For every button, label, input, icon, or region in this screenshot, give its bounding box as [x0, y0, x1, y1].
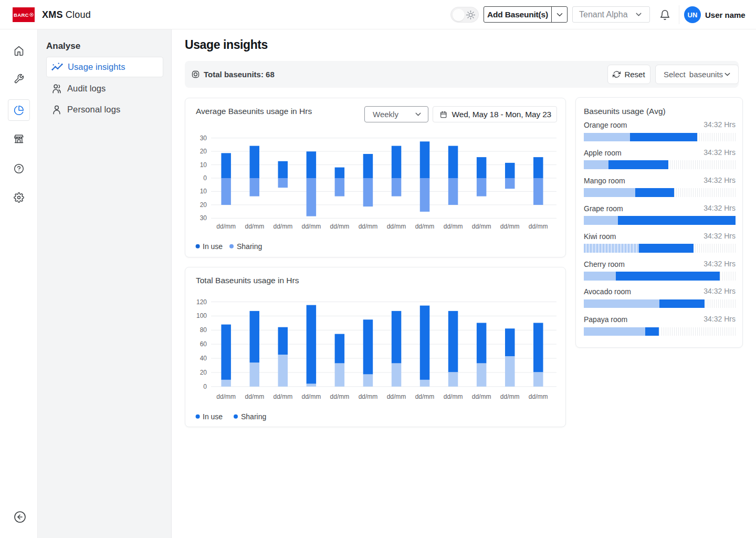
svg-text:Sharing: Sharing: [237, 242, 262, 251]
svg-text:dd/mm: dd/mm: [216, 223, 236, 230]
svg-text:dd/mm: dd/mm: [387, 223, 406, 230]
svg-text:80: 80: [200, 326, 207, 334]
svg-text:dd/mm: dd/mm: [529, 393, 548, 400]
svg-text:dd/mm: dd/mm: [529, 223, 548, 230]
svg-text:60: 60: [200, 340, 207, 348]
svg-text:dd/mm: dd/mm: [273, 393, 292, 400]
svg-text:20: 20: [200, 369, 207, 376]
svg-text:dd/mm: dd/mm: [415, 393, 435, 400]
svg-text:dd/mm: dd/mm: [359, 223, 378, 230]
svg-text:30: 30: [200, 134, 207, 142]
svg-text:dd/mm: dd/mm: [500, 223, 520, 230]
svg-text:dd/mm: dd/mm: [444, 393, 463, 400]
svg-text:100: 100: [196, 312, 207, 319]
svg-text:dd/mm: dd/mm: [330, 393, 350, 400]
svg-text:dd/mm: dd/mm: [444, 223, 463, 230]
svg-text:dd/mm: dd/mm: [472, 393, 491, 400]
svg-text:dd/mm: dd/mm: [359, 393, 378, 400]
svg-text:dd/mm: dd/mm: [301, 223, 321, 230]
svg-text:dd/mm: dd/mm: [472, 223, 491, 230]
svg-text:dd/mm: dd/mm: [301, 393, 321, 400]
svg-text:20: 20: [200, 201, 207, 209]
svg-text:dd/mm: dd/mm: [245, 223, 264, 230]
svg-text:dd/mm: dd/mm: [216, 393, 236, 400]
svg-text:Sharing: Sharing: [241, 412, 266, 421]
svg-text:120: 120: [196, 298, 207, 306]
svg-text:30: 30: [200, 214, 207, 222]
svg-text:40: 40: [200, 355, 207, 362]
svg-text:dd/mm: dd/mm: [330, 223, 350, 230]
svg-text:20: 20: [200, 148, 207, 155]
svg-text:10: 10: [200, 161, 207, 169]
svg-text:dd/mm: dd/mm: [245, 393, 264, 400]
svg-text:dd/mm: dd/mm: [387, 393, 406, 400]
svg-text:10: 10: [200, 188, 207, 195]
svg-text:dd/mm: dd/mm: [415, 223, 435, 230]
svg-text:dd/mm: dd/mm: [500, 393, 520, 400]
svg-text:0: 0: [203, 174, 207, 182]
svg-text:0: 0: [203, 383, 207, 390]
svg-text:In use: In use: [203, 242, 223, 251]
svg-text:In use: In use: [203, 412, 223, 421]
svg-text:dd/mm: dd/mm: [273, 223, 292, 230]
